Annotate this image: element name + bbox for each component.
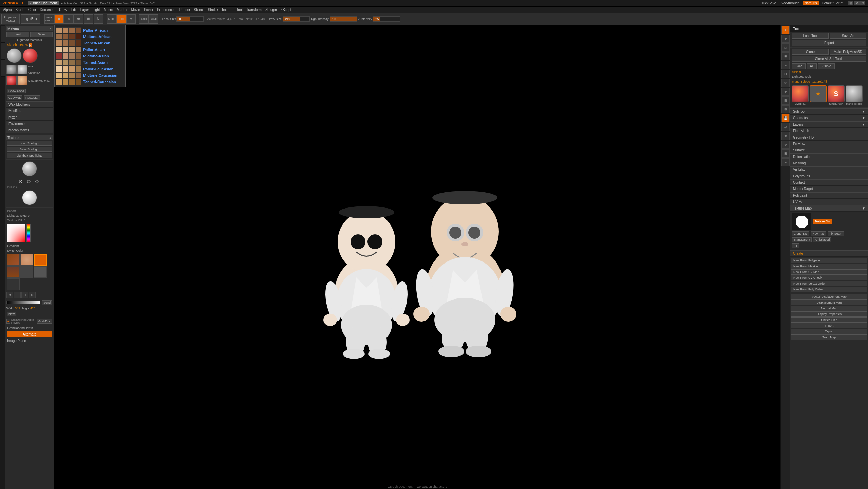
save-spotlight-btn[interactable]: Save Spotlight	[7, 147, 52, 152]
color-swatch[interactable]	[69, 53, 75, 59]
color-swatch[interactable]	[56, 34, 62, 40]
m-btn[interactable]: M	[126, 14, 136, 24]
right-icon-15[interactable]: ⊿	[781, 158, 790, 166]
right-mat-thumb-3[interactable]: S SimplBrush	[828, 85, 845, 105]
doc-tab[interactable]: ZBrush Document	[28, 1, 59, 5]
clone-all-btn[interactable]: Clone All SubTools	[792, 56, 866, 62]
send-btn[interactable]: Send	[42, 300, 52, 305]
mat-load-btn[interactable]: Load	[6, 32, 29, 37]
macap-maker-header[interactable]: Macap Maker	[6, 127, 53, 133]
unified-skin-btn[interactable]: Unified Skin	[791, 317, 867, 323]
menu-light[interactable]: Light	[91, 8, 102, 12]
color-swatch[interactable]	[75, 47, 81, 53]
color-swatch[interactable]	[75, 79, 81, 85]
right-mat-thumb-1[interactable]: CylaHoZ	[792, 85, 809, 105]
grab-doc-btn[interactable]: GrabDoc	[37, 319, 52, 324]
right-icon-8[interactable]: ⊕	[781, 88, 790, 96]
normal-map-btn[interactable]: Normal Map	[791, 306, 867, 311]
right-icon-6[interactable]: ⊡	[781, 70, 790, 78]
load-spotlight-btn[interactable]: Load Spotlight	[7, 141, 52, 146]
new-from-vertex-order-btn[interactable]: New From Vertex Order	[791, 281, 867, 286]
tex-thumb-2[interactable]	[20, 254, 33, 266]
menu-alpha[interactable]: Alpha	[1, 8, 14, 12]
export2-btn[interactable]: Export	[791, 329, 867, 334]
wax-modifiers-header[interactable]: Wax Modifiers	[6, 101, 53, 108]
save-as-btn[interactable]: Save As	[830, 33, 866, 39]
color-swatch[interactable]	[69, 27, 75, 33]
grab-doc-checkbox[interactable]: ■	[6, 319, 10, 324]
displacement-map-btn[interactable]: Displacement Map	[791, 300, 867, 305]
color-swatch[interactable]	[69, 59, 75, 66]
color-swatch[interactable]	[69, 66, 75, 72]
new-from-poly-order-btn[interactable]: New From Poly Order	[791, 287, 867, 292]
color-swatch[interactable]	[62, 47, 69, 53]
fix-seam-btn[interactable]: Fix Seam	[828, 231, 844, 236]
morph-target-header[interactable]: Morph Target	[790, 186, 868, 192]
geometry-section-header[interactable]: Geometry ▼	[790, 115, 868, 121]
mixer-header[interactable]: Mixer	[6, 114, 53, 121]
new-from-masking-btn[interactable]: New From Masking	[791, 264, 867, 269]
color-swatch[interactable]	[56, 40, 62, 46]
menu-stroke[interactable]: Stroke	[206, 8, 220, 12]
grad-bar[interactable]	[6, 301, 40, 304]
color-swatch[interactable]	[56, 59, 62, 66]
color-swatch[interactable]	[62, 72, 69, 78]
right-icon-active[interactable]: ■	[781, 26, 790, 34]
menu-draw[interactable]: Draw	[57, 8, 69, 12]
menu-texture[interactable]: Texture	[220, 8, 234, 12]
color-swatch[interactable]	[62, 66, 69, 72]
tex-thumb-3[interactable]	[7, 266, 20, 278]
draw-size-slider[interactable]: 219	[283, 16, 310, 22]
menu-macro[interactable]: Macro	[102, 8, 115, 12]
rgb-btn[interactable]: Rgb	[116, 14, 126, 24]
new-from-uv-map-btn[interactable]: New From UV Map	[791, 269, 867, 275]
color-swatch[interactable]	[56, 53, 62, 59]
antialiased-btn[interactable]: Antialiased	[813, 237, 831, 242]
right-icon-7[interactable]: ⟳	[781, 79, 790, 87]
copy-mat-btn[interactable]: CopyMat	[7, 95, 22, 100]
color-swatch[interactable]	[62, 27, 69, 33]
right-icon-frame[interactable]: ⊡	[781, 105, 790, 113]
icon-btn-2[interactable]: −	[14, 292, 21, 298]
zsub-btn[interactable]: Zsub	[149, 14, 158, 24]
lightbox-spotlights-btn[interactable]: Lightbox Spotlights	[7, 153, 52, 158]
right-icon-save[interactable]: 💾	[781, 114, 790, 122]
polypaint-header[interactable]: Polypaint	[790, 192, 868, 199]
icon-btn-1[interactable]: ⊕	[6, 292, 13, 298]
focal-shift-slider[interactable]: 0	[176, 16, 204, 22]
icon-btn-4[interactable]: ▷	[29, 292, 36, 298]
color-swatch[interactable]	[69, 34, 75, 40]
load-tool-btn[interactable]: Load Tool	[792, 33, 829, 39]
tex-thumb-6[interactable]	[7, 278, 20, 290]
visibility-header[interactable]: Visibility	[790, 166, 868, 173]
make-polymesh-btn[interactable]: Make PolyMesh3D	[830, 49, 866, 55]
left-icon-2[interactable]	[1, 43, 5, 60]
icon-btn-3[interactable]: □	[21, 292, 28, 298]
go2-btn[interactable]: Go2	[792, 63, 806, 69]
right-icon-9[interactable]: ⊞	[781, 96, 790, 105]
mat-save-btn[interactable]: Save	[30, 32, 53, 37]
draw-btn[interactable]: ■	[54, 14, 64, 24]
menu-transform[interactable]: Transform	[245, 8, 263, 12]
menu-preferences[interactable]: Preferences	[155, 8, 177, 12]
all-btn[interactable]: All	[807, 63, 817, 69]
color-swatch[interactable]	[75, 27, 81, 33]
menu-stencil[interactable]: Stencil	[192, 8, 206, 12]
right-icon-13[interactable]: ⊙	[781, 141, 790, 149]
color-swatch[interactable]	[62, 59, 69, 66]
right-icon-3[interactable]: □	[781, 43, 790, 52]
show-used-btn[interactable]: Show Used	[7, 89, 26, 93]
mat-thumb-red-wax[interactable]	[6, 76, 17, 85]
color-swatch[interactable]	[56, 27, 62, 33]
mrgb-btn[interactable]: Mrgb	[107, 14, 116, 24]
tex-thumb-1[interactable]	[7, 254, 20, 266]
mat-thumb-grab[interactable]	[6, 65, 17, 74]
export-btn[interactable]: Export	[792, 40, 866, 46]
draw2-btn[interactable]: ◈	[64, 14, 74, 24]
color-swatch[interactable]	[75, 66, 81, 72]
left-icon-3[interactable]	[1, 60, 5, 77]
right-icon-11[interactable]: ◎	[781, 123, 790, 131]
color-swatch[interactable]	[62, 34, 69, 40]
color-swatch[interactable]	[56, 79, 62, 85]
color-swatch[interactable]	[62, 79, 69, 85]
